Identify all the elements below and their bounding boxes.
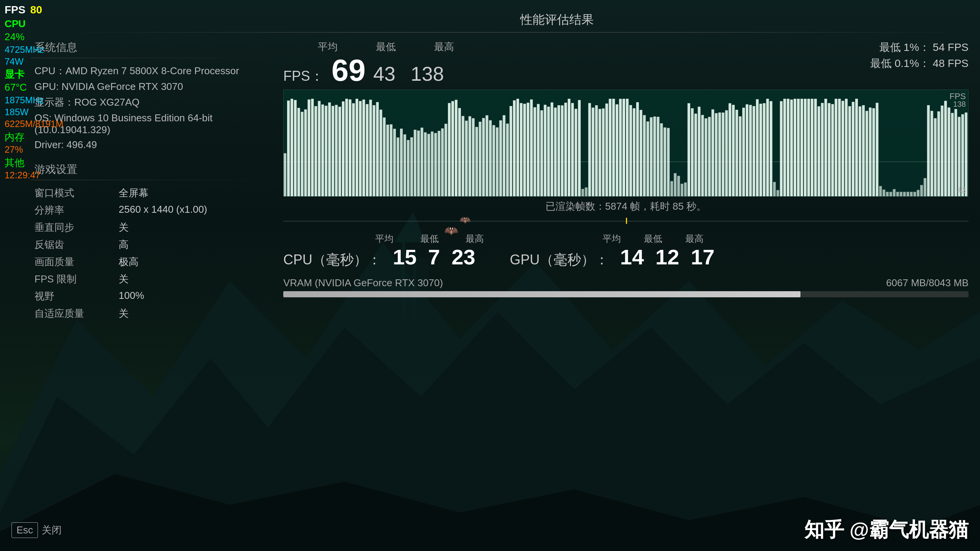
hud-overlay: FPS 80 CPU 24% 4725MHz 74W 显卡 67°C 1875M… xyxy=(0,0,68,184)
gpu-label: 显卡 xyxy=(5,68,63,81)
svg-rect-199 xyxy=(934,118,937,196)
svg-rect-146 xyxy=(753,106,755,196)
svg-rect-95 xyxy=(578,100,581,196)
svg-rect-87 xyxy=(550,103,553,196)
svg-rect-42 xyxy=(397,137,399,196)
svg-rect-52 xyxy=(431,132,433,196)
svg-rect-9 xyxy=(284,153,286,196)
svg-rect-88 xyxy=(554,108,557,196)
graph-min-val: 43 xyxy=(957,186,966,195)
svg-rect-115 xyxy=(647,121,649,196)
svg-rect-173 xyxy=(845,99,848,196)
gpu-avg-val: 14 xyxy=(620,246,644,268)
svg-rect-124 xyxy=(677,176,680,196)
svg-rect-14 xyxy=(301,112,304,196)
cpu-avg-label: 平均 xyxy=(375,233,394,245)
svg-rect-74 xyxy=(506,124,509,196)
cpu-min-label: 最低 xyxy=(420,233,439,245)
svg-rect-180 xyxy=(869,108,872,196)
svg-rect-158 xyxy=(794,99,796,196)
svg-rect-202 xyxy=(944,101,947,196)
driver-info: Driver: 496.49 xyxy=(34,139,268,151)
gpu-max-val: 17 xyxy=(691,246,714,268)
svg-rect-50 xyxy=(424,132,427,196)
svg-rect-159 xyxy=(797,99,800,196)
svg-rect-193 xyxy=(913,192,916,196)
svg-rect-29 xyxy=(352,103,355,196)
svg-rect-121 xyxy=(667,128,670,196)
svg-rect-94 xyxy=(575,109,577,196)
svg-rect-152 xyxy=(773,182,776,196)
fps-colon-label: FPS： xyxy=(283,67,324,86)
svg-rect-85 xyxy=(544,105,546,196)
svg-rect-122 xyxy=(670,181,673,196)
vram-label: VRAM (NVIDIA GeForce RTX 3070) xyxy=(283,277,443,289)
svg-rect-165 xyxy=(818,106,820,196)
svg-rect-136 xyxy=(718,112,721,196)
svg-rect-110 xyxy=(629,105,632,196)
svg-rect-32 xyxy=(363,99,365,196)
svg-rect-174 xyxy=(848,106,851,196)
svg-rect-166 xyxy=(821,103,824,196)
game-settings-section: 游戏设置 窗口模式 全屏幕 分辨率 980 x 551 (x1.00) 垂直… xyxy=(31,162,268,320)
timeline-marker xyxy=(626,218,627,224)
svg-rect-61 xyxy=(462,116,464,196)
svg-rect-200 xyxy=(938,111,940,196)
svg-rect-100 xyxy=(595,105,598,196)
svg-rect-67 xyxy=(482,118,485,196)
graph-max-val: 138 xyxy=(953,100,966,109)
svg-rect-22 xyxy=(328,103,331,196)
svg-rect-53 xyxy=(434,133,437,196)
svg-rect-92 xyxy=(568,99,570,196)
svg-rect-131 xyxy=(701,115,704,196)
svg-rect-127 xyxy=(688,103,690,196)
svg-rect-45 xyxy=(407,140,410,196)
svg-rect-155 xyxy=(783,99,786,196)
svg-rect-113 xyxy=(640,110,642,196)
other-label: 其他 xyxy=(5,156,63,170)
cpu-info: CPU：AMD Ryzen 7 5800X 8-Core Processor xyxy=(34,64,268,78)
svg-rect-40 xyxy=(390,124,392,196)
svg-rect-46 xyxy=(410,137,413,196)
svg-rect-116 xyxy=(650,117,653,196)
svg-rect-34 xyxy=(369,100,372,196)
esc-button[interactable]: Esc xyxy=(11,522,38,538)
vram-bar-outer xyxy=(283,291,969,297)
svg-rect-169 xyxy=(831,104,834,196)
svg-rect-18 xyxy=(314,106,317,196)
svg-rect-77 xyxy=(516,99,519,196)
svg-rect-188 xyxy=(896,192,899,196)
svg-rect-132 xyxy=(705,118,707,196)
svg-rect-41 xyxy=(393,129,396,196)
svg-rect-171 xyxy=(838,99,841,196)
settings-row: 画面质量 极高 xyxy=(34,255,268,269)
svg-rect-86 xyxy=(547,107,550,196)
gpu-info: GPU: NVIDIA GeForce RTX 3070 xyxy=(34,81,268,93)
svg-rect-184 xyxy=(883,190,885,196)
svg-rect-125 xyxy=(681,184,683,196)
settings-row: 自适应质量 关 xyxy=(34,307,268,320)
svg-rect-195 xyxy=(920,185,923,196)
cpu-label: CPU xyxy=(5,18,63,31)
svg-rect-129 xyxy=(694,114,697,196)
svg-rect-27 xyxy=(345,99,348,196)
svg-rect-204 xyxy=(951,113,954,196)
svg-rect-153 xyxy=(776,190,779,196)
svg-rect-80 xyxy=(527,103,529,196)
svg-rect-84 xyxy=(541,110,543,196)
svg-rect-108 xyxy=(622,99,625,196)
svg-rect-187 xyxy=(893,189,895,196)
svg-rect-142 xyxy=(739,116,742,196)
svg-rect-59 xyxy=(455,100,457,196)
svg-rect-73 xyxy=(503,115,505,196)
gpu-min-label: 最低 xyxy=(644,233,662,245)
svg-rect-91 xyxy=(564,103,567,196)
game-settings-title: 游戏设置 xyxy=(34,162,268,177)
svg-rect-104 xyxy=(609,99,611,196)
svg-rect-13 xyxy=(297,108,300,196)
svg-rect-134 xyxy=(712,109,714,196)
mem-usage: 27% xyxy=(5,143,63,155)
svg-rect-37 xyxy=(379,110,382,196)
svg-rect-98 xyxy=(588,103,591,196)
svg-rect-206 xyxy=(958,117,960,196)
